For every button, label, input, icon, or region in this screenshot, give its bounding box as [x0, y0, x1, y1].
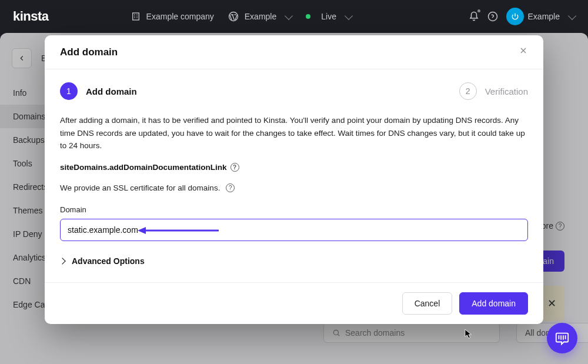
env-selector[interactable]: Live: [306, 12, 352, 21]
wordpress-icon: [228, 11, 239, 22]
site-selector[interactable]: Example: [228, 11, 292, 22]
bell-icon: [469, 11, 479, 22]
help-button[interactable]: [483, 7, 502, 26]
chevron-down-icon: [568, 11, 576, 19]
advanced-options-label: Advanced Options: [72, 256, 145, 266]
logo-text: kinsta: [13, 9, 49, 24]
chevron-down-icon: [285, 11, 293, 19]
domain-input-wrap: [60, 219, 528, 241]
close-button[interactable]: [519, 46, 528, 58]
submit-button-label: Add domain: [472, 299, 516, 308]
chat-icon: [554, 330, 570, 346]
svg-rect-0: [132, 13, 139, 20]
stepper: 1 Add domain 2 Verification: [60, 82, 528, 100]
user-menu[interactable]: Example: [528, 12, 575, 21]
help-icon: [487, 11, 498, 22]
cursor-icon: [465, 329, 473, 339]
step-2-number: 2: [459, 82, 477, 100]
documentation-link[interactable]: siteDomains.addDomainDocumentationLink ?: [60, 163, 528, 172]
chevron-down-icon: [345, 11, 353, 19]
help-icon[interactable]: ?: [226, 183, 235, 192]
topbar: kinsta Example company Example Live Exam…: [0, 0, 588, 33]
documentation-link-text: siteDomains.addDomainDocumentationLink: [60, 163, 227, 172]
close-icon: [519, 46, 528, 55]
env-label: Live: [321, 12, 336, 21]
kinsta-logo[interactable]: kinsta: [13, 9, 49, 24]
modal-body: 1 Add domain 2 Verification After adding…: [45, 69, 543, 271]
step-1: 1 Add domain: [60, 82, 137, 100]
domain-input[interactable]: [60, 219, 528, 241]
cancel-button-label: Cancel: [415, 299, 440, 308]
step-1-label: Add domain: [86, 86, 137, 96]
modal-title: Add domain: [60, 46, 118, 58]
company-selector[interactable]: Example company: [131, 12, 214, 21]
company-name: Example company: [146, 12, 214, 21]
modal-description: After adding a domain, it has to be veri…: [60, 114, 528, 152]
status-dot-icon: [306, 14, 310, 19]
power-icon: [511, 12, 519, 21]
site-name: Example: [245, 12, 276, 21]
step-1-number: 1: [60, 82, 78, 100]
notifications-button[interactable]: [465, 7, 483, 26]
power-button[interactable]: [506, 7, 524, 26]
chevron-right-icon: [59, 258, 65, 264]
submit-button[interactable]: Add domain: [459, 292, 528, 315]
cancel-button[interactable]: Cancel: [402, 292, 453, 315]
user-name: Example: [528, 12, 560, 21]
ssl-notice-text: We provide an SSL certificate for all do…: [60, 183, 220, 192]
modal-overlay[interactable]: Add domain 1 Add domain 2 Verification A…: [0, 33, 588, 364]
building-icon: [131, 12, 141, 21]
advanced-options-toggle[interactable]: Advanced Options: [60, 256, 528, 266]
step-2-label: Verification: [485, 86, 528, 96]
step-2: 2 Verification: [459, 82, 528, 100]
modal-footer: Cancel Add domain: [45, 282, 543, 324]
ssl-notice: We provide an SSL certificate for all do…: [60, 183, 528, 192]
help-icon: ?: [230, 163, 239, 172]
chat-launcher[interactable]: [547, 323, 577, 353]
add-domain-modal: Add domain 1 Add domain 2 Verification A…: [45, 35, 543, 324]
modal-header: Add domain: [45, 35, 543, 69]
domain-field-label: Domain: [60, 205, 528, 214]
